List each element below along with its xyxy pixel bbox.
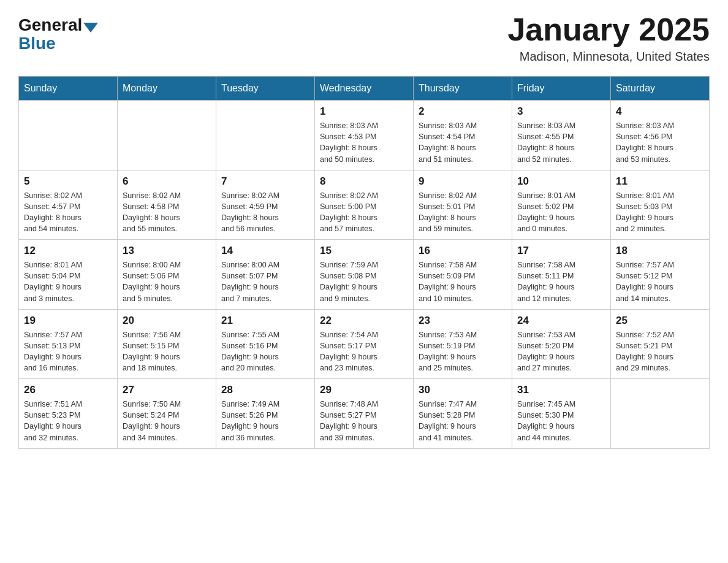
day-number: 21 [221,315,309,327]
calendar-cell: 12Sunrise: 8:01 AM Sunset: 5:04 PM Dayli… [19,240,118,310]
day-number: 17 [517,245,605,257]
day-info: Sunrise: 7:47 AM Sunset: 5:28 PM Dayligh… [419,399,507,443]
day-info: Sunrise: 7:45 AM Sunset: 5:30 PM Dayligh… [517,399,605,443]
calendar-cell [118,101,216,170]
day-info: Sunrise: 7:49 AM Sunset: 5:26 PM Dayligh… [221,399,309,443]
weekday-header-wednesday: Wednesday [315,77,414,101]
day-number: 1 [320,105,408,118]
day-info: Sunrise: 7:58 AM Sunset: 5:11 PM Dayligh… [517,259,605,304]
day-number: 19 [24,315,112,327]
logo: General Blue [18,12,98,53]
day-number: 6 [123,175,211,188]
weekday-header-sunday: Sunday [19,77,118,101]
day-info: Sunrise: 7:52 AM Sunset: 5:21 PM Dayligh… [616,329,704,374]
location-text: Madison, Minnesota, United States [507,50,710,64]
calendar-week-row: 12Sunrise: 8:01 AM Sunset: 5:04 PM Dayli… [19,240,710,310]
logo-arrow-icon [83,23,98,33]
day-number: 24 [517,315,605,327]
day-info: Sunrise: 8:02 AM Sunset: 5:00 PM Dayligh… [320,190,408,235]
day-info: Sunrise: 7:53 AM Sunset: 5:19 PM Dayligh… [419,329,507,374]
weekday-header-saturday: Saturday [611,77,710,101]
calendar-cell: 31Sunrise: 7:45 AM Sunset: 5:30 PM Dayli… [512,379,611,449]
weekday-header-friday: Friday [512,77,611,101]
day-info: Sunrise: 7:48 AM Sunset: 5:27 PM Dayligh… [320,399,408,443]
calendar-cell: 21Sunrise: 7:55 AM Sunset: 5:16 PM Dayli… [216,309,315,379]
day-info: Sunrise: 8:03 AM Sunset: 4:54 PM Dayligh… [419,120,507,165]
day-number: 23 [419,315,507,327]
day-info: Sunrise: 8:03 AM Sunset: 4:56 PM Dayligh… [616,120,704,165]
calendar-table: SundayMondayTuesdayWednesdayThursdayFrid… [18,76,710,449]
day-number: 18 [616,245,704,257]
calendar-cell: 1Sunrise: 8:03 AM Sunset: 4:53 PM Daylig… [315,101,414,170]
day-info: Sunrise: 7:54 AM Sunset: 5:17 PM Dayligh… [320,329,408,374]
calendar-cell: 6Sunrise: 8:02 AM Sunset: 4:58 PM Daylig… [118,170,216,240]
day-number: 14 [221,245,309,257]
day-info: Sunrise: 8:01 AM Sunset: 5:03 PM Dayligh… [616,190,704,235]
day-number: 11 [616,175,704,188]
calendar-cell: 22Sunrise: 7:54 AM Sunset: 5:17 PM Dayli… [315,309,414,379]
weekday-header-tuesday: Tuesday [216,77,315,101]
day-number: 10 [517,175,605,188]
calendar-cell: 14Sunrise: 8:00 AM Sunset: 5:07 PM Dayli… [216,240,315,310]
title-block: January 2025 Madison, Minnesota, United … [507,12,710,64]
calendar-cell: 8Sunrise: 8:02 AM Sunset: 5:00 PM Daylig… [315,170,414,240]
calendar-cell: 26Sunrise: 7:51 AM Sunset: 5:23 PM Dayli… [19,379,118,449]
day-number: 8 [320,175,408,188]
day-number: 29 [320,384,408,396]
weekday-header-thursday: Thursday [414,77,512,101]
calendar-week-row: 5Sunrise: 8:02 AM Sunset: 4:57 PM Daylig… [19,170,710,240]
calendar-cell: 9Sunrise: 8:02 AM Sunset: 5:01 PM Daylig… [414,170,512,240]
calendar-cell: 19Sunrise: 7:57 AM Sunset: 5:13 PM Dayli… [19,309,118,379]
day-info: Sunrise: 7:57 AM Sunset: 5:13 PM Dayligh… [24,329,112,374]
day-number: 26 [24,384,112,396]
calendar-cell: 24Sunrise: 7:53 AM Sunset: 5:20 PM Dayli… [512,309,611,379]
day-number: 28 [221,384,309,396]
day-number: 25 [616,315,704,327]
day-number: 27 [123,384,211,396]
day-info: Sunrise: 7:53 AM Sunset: 5:20 PM Dayligh… [517,329,605,374]
calendar-cell: 11Sunrise: 8:01 AM Sunset: 5:03 PM Dayli… [611,170,710,240]
calendar-cell: 13Sunrise: 8:00 AM Sunset: 5:06 PM Dayli… [118,240,216,310]
day-number: 15 [320,245,408,257]
calendar-cell: 16Sunrise: 7:58 AM Sunset: 5:09 PM Dayli… [414,240,512,310]
calendar-cell: 2Sunrise: 8:03 AM Sunset: 4:54 PM Daylig… [414,101,512,170]
calendar-cell: 18Sunrise: 7:57 AM Sunset: 5:12 PM Dayli… [611,240,710,310]
day-info: Sunrise: 7:57 AM Sunset: 5:12 PM Dayligh… [616,259,704,304]
day-info: Sunrise: 8:02 AM Sunset: 4:58 PM Dayligh… [123,190,211,235]
calendar-cell [19,101,118,170]
day-info: Sunrise: 7:58 AM Sunset: 5:09 PM Dayligh… [419,259,507,304]
calendar-cell: 7Sunrise: 8:02 AM Sunset: 4:59 PM Daylig… [216,170,315,240]
calendar-cell: 5Sunrise: 8:02 AM Sunset: 4:57 PM Daylig… [19,170,118,240]
calendar-cell: 20Sunrise: 7:56 AM Sunset: 5:15 PM Dayli… [118,309,216,379]
day-number: 30 [419,384,507,396]
calendar-cell: 15Sunrise: 7:59 AM Sunset: 5:08 PM Dayli… [315,240,414,310]
day-info: Sunrise: 7:55 AM Sunset: 5:16 PM Dayligh… [221,329,309,374]
day-info: Sunrise: 8:00 AM Sunset: 5:07 PM Dayligh… [221,259,309,304]
calendar-cell [216,101,315,170]
day-info: Sunrise: 7:51 AM Sunset: 5:23 PM Dayligh… [24,399,112,443]
day-info: Sunrise: 8:01 AM Sunset: 5:02 PM Dayligh… [517,190,605,235]
weekday-header-row: SundayMondayTuesdayWednesdayThursdayFrid… [19,77,710,101]
day-info: Sunrise: 7:59 AM Sunset: 5:08 PM Dayligh… [320,259,408,304]
day-number: 12 [24,245,112,257]
calendar-cell: 17Sunrise: 7:58 AM Sunset: 5:11 PM Dayli… [512,240,611,310]
day-number: 22 [320,315,408,327]
calendar-cell: 23Sunrise: 7:53 AM Sunset: 5:19 PM Dayli… [414,309,512,379]
day-info: Sunrise: 8:00 AM Sunset: 5:06 PM Dayligh… [123,259,211,304]
day-number: 20 [123,315,211,327]
day-number: 31 [517,384,605,396]
day-info: Sunrise: 7:50 AM Sunset: 5:24 PM Dayligh… [123,399,211,443]
day-number: 13 [123,245,211,257]
weekday-header-monday: Monday [118,77,216,101]
calendar-cell: 4Sunrise: 8:03 AM Sunset: 4:56 PM Daylig… [611,101,710,170]
calendar-cell [611,379,710,449]
day-info: Sunrise: 8:03 AM Sunset: 4:53 PM Dayligh… [320,120,408,165]
calendar-cell: 27Sunrise: 7:50 AM Sunset: 5:24 PM Dayli… [118,379,216,449]
day-info: Sunrise: 8:02 AM Sunset: 4:57 PM Dayligh… [24,190,112,235]
day-number: 5 [24,175,112,188]
day-number: 4 [616,105,704,118]
logo-general-text: General [18,15,82,35]
day-info: Sunrise: 7:56 AM Sunset: 5:15 PM Dayligh… [123,329,211,374]
day-info: Sunrise: 8:03 AM Sunset: 4:55 PM Dayligh… [517,120,605,165]
calendar-cell: 28Sunrise: 7:49 AM Sunset: 5:26 PM Dayli… [216,379,315,449]
